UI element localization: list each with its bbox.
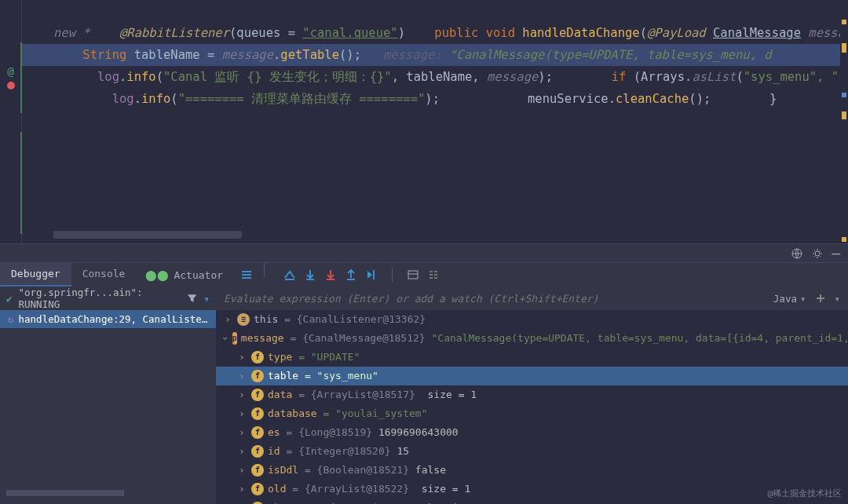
- method-call: info: [141, 92, 170, 106]
- method-call: asList: [692, 70, 736, 84]
- editor-overview-ruler[interactable]: [840, 0, 848, 243]
- variable-row[interactable]: › f isDdl = {Boolean@18521} false: [216, 461, 848, 480]
- expand-icon[interactable]: ›: [236, 349, 247, 365]
- spring-bean-icon[interactable]: @: [6, 67, 16, 76]
- var-name: old: [268, 481, 286, 497]
- globe-icon[interactable]: [791, 247, 803, 260]
- process-label[interactable]: "org.springfr...ain": RUNNING: [19, 287, 181, 310]
- add-watch-icon[interactable]: [815, 293, 826, 304]
- field-badge-icon: f: [251, 407, 264, 420]
- chevron-down-icon[interactable]: ▾: [834, 293, 840, 305]
- expand-icon[interactable]: ›: [222, 312, 233, 327]
- variable-row[interactable]: › f pkNames = {ArrayList@18523} size = 1: [216, 499, 848, 504]
- chevron-down-icon[interactable]: ▾: [203, 293, 210, 305]
- variable-row[interactable]: › p message = {CanalMessage@18512} "Cana…: [216, 329, 848, 348]
- show-execution-icon[interactable]: [283, 268, 296, 281]
- var-value: = "UPDATE": [292, 349, 360, 365]
- var-value: false: [415, 462, 446, 478]
- field: log: [112, 92, 134, 106]
- expand-icon[interactable]: ›: [236, 481, 247, 497]
- tab-debugger[interactable]: Debugger: [0, 263, 71, 287]
- step-over-icon[interactable]: [304, 268, 316, 281]
- var-name: table: [268, 368, 298, 384]
- annotation: @PayLoad: [647, 26, 706, 40]
- var-name: message: [241, 331, 284, 346]
- variable-row[interactable]: › f es = {Long@18519} 1699690643000: [216, 423, 848, 442]
- field-badge-icon: f: [251, 351, 264, 363]
- var: tableName: [406, 70, 472, 84]
- trace-icon[interactable]: [427, 268, 440, 281]
- svg-rect-8: [408, 271, 418, 279]
- var-value: size = 1: [415, 481, 470, 497]
- debug-tool-tabs: Debugger Console ⬤⬤ Actuator: [0, 263, 848, 287]
- horizontal-scrollbar[interactable]: [6, 490, 124, 496]
- evaluate-expression-input[interactable]: [216, 293, 773, 305]
- var-name: type: [268, 349, 292, 365]
- var-value: = {ArrayList@18523}: [311, 500, 440, 504]
- method-call: cleanCache: [616, 92, 689, 106]
- var-value: = {ArrayList@18517}: [292, 387, 421, 403]
- tab-label: Actuator: [174, 269, 223, 281]
- expand-icon[interactable]: ›: [236, 462, 247, 478]
- var-value: = {CanalListener@13362}: [278, 312, 426, 327]
- expand-icon[interactable]: ›: [236, 406, 247, 422]
- var-value: size = 1: [440, 500, 495, 504]
- string: "sys_menu", "sys_role", "sys_role_menu": [744, 70, 848, 84]
- variables-panel: › ≡ this = {CanalListener@13362} › p mes…: [216, 310, 848, 504]
- string: "Canal 监听 {} 发生变化；明细：{}": [163, 70, 392, 84]
- filter-icon[interactable]: [187, 293, 197, 304]
- keyword: if: [612, 70, 627, 84]
- language-label[interactable]: Java: [773, 293, 797, 305]
- minimize-icon[interactable]: —: [832, 250, 840, 257]
- expand-icon[interactable]: ›: [236, 368, 247, 384]
- variable-row[interactable]: › f data = {ArrayList@18517} size = 1: [216, 385, 848, 404]
- frames-panel: ↻ handleDataChange:29, CanalListener (co: [0, 310, 216, 504]
- step-out-icon[interactable]: [345, 268, 357, 281]
- chevron-down-icon[interactable]: ▾: [800, 293, 806, 305]
- expand-icon[interactable]: ›: [236, 387, 247, 403]
- code-editor[interactable]: new * @RabbitListener(queues = "canal.qu…: [22, 0, 848, 243]
- variable-row[interactable]: › f database = "youlai_system": [216, 404, 848, 423]
- method-call: getTable: [280, 48, 339, 62]
- actuator-icon: ⬤⬤: [145, 269, 169, 281]
- svg-point-2: [815, 251, 820, 256]
- var: message: [222, 48, 273, 62]
- editor-gutter: @: [0, 0, 22, 243]
- step-controls: [271, 263, 440, 287]
- type: Arrays: [641, 70, 685, 84]
- var-name: this: [254, 312, 278, 327]
- text: (queues =: [229, 26, 302, 40]
- threads-icon[interactable]: [240, 268, 253, 281]
- variable-row[interactable]: › ≡ this = {CanalListener@13362}: [216, 310, 848, 329]
- var-value: = {Integer@18520}: [280, 444, 397, 459]
- stack-frame[interactable]: ↻ handleDataChange:29, CanalListener (co: [0, 310, 216, 328]
- step-into-icon[interactable]: [324, 268, 337, 281]
- var-value: = "youlai_system": [317, 406, 428, 422]
- variable-row[interactable]: › f type = "UPDATE": [216, 348, 848, 367]
- field-badge-icon: f: [251, 426, 264, 439]
- gear-icon[interactable]: [811, 247, 824, 260]
- tab-actuator[interactable]: ⬤⬤ Actuator: [136, 263, 232, 287]
- tab-console[interactable]: Console: [71, 263, 137, 287]
- var-value: = "sys_menu": [298, 368, 378, 384]
- horizontal-scrollbar[interactable]: [53, 231, 242, 239]
- var-value: = {Long@18519}: [280, 425, 378, 440]
- var-value: "CanalMessage(type=UPDATE, table=sys_men…: [432, 331, 849, 346]
- collapse-icon[interactable]: ›: [217, 335, 233, 341]
- variable-row-selected[interactable]: › f table = "sys_menu": [216, 367, 848, 385]
- variable-row[interactable]: › f id = {Integer@18520} 15: [216, 442, 848, 461]
- expand-icon[interactable]: ›: [236, 425, 247, 440]
- run-to-cursor-icon[interactable]: [365, 268, 378, 281]
- var-value: = {Boolean@18521}: [298, 462, 415, 478]
- expand-icon[interactable]: ›: [236, 500, 247, 504]
- variable-row[interactable]: › f old = {ArrayList@18522} size = 1: [216, 480, 848, 499]
- string: "======== 清理菜单路由缓存 ========": [178, 92, 426, 106]
- breakpoint-icon[interactable]: [6, 80, 16, 89]
- var-value: = {ArrayList@18522}: [286, 481, 415, 497]
- annotation: @RabbitListener: [119, 26, 229, 40]
- expand-icon[interactable]: ›: [236, 444, 247, 459]
- keyword: void: [486, 26, 515, 40]
- evaluate-icon[interactable]: [407, 268, 419, 281]
- text: new *: [53, 26, 90, 40]
- method-call: info: [126, 70, 155, 84]
